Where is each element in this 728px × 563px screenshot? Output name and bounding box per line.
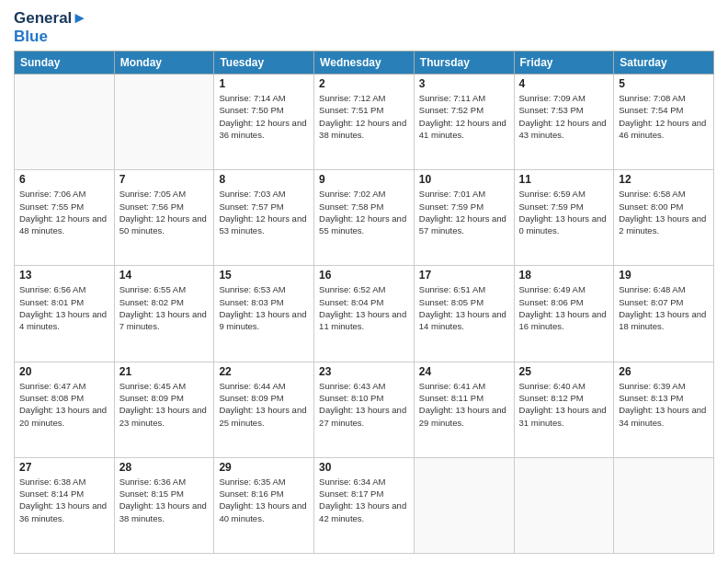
weekday-header-saturday: Saturday: [614, 52, 714, 75]
weekday-header-friday: Friday: [514, 52, 614, 75]
day-info: Sunrise: 6:59 AMSunset: 7:59 PMDaylight:…: [519, 188, 609, 236]
day-info: Sunrise: 6:38 AMSunset: 8:14 PMDaylight:…: [19, 476, 109, 524]
calendar-cell: 22Sunrise: 6:44 AMSunset: 8:09 PMDayligh…: [214, 362, 314, 457]
header: General► Blue: [14, 9, 714, 45]
calendar-cell: 9Sunrise: 7:02 AMSunset: 7:58 PMDaylight…: [314, 170, 415, 266]
day-number: 12: [619, 173, 709, 186]
day-info: Sunrise: 6:58 AMSunset: 8:00 PMDaylight:…: [619, 188, 709, 236]
week-row-1: 1Sunrise: 7:14 AMSunset: 7:50 PMDaylight…: [15, 75, 714, 170]
day-number: 9: [319, 173, 409, 186]
calendar-cell: 3Sunrise: 7:11 AMSunset: 7:52 PMDaylight…: [414, 75, 514, 170]
day-info: Sunrise: 7:08 AMSunset: 7:54 PMDaylight:…: [619, 92, 709, 141]
day-info: Sunrise: 6:56 AMSunset: 8:01 PMDaylight:…: [19, 283, 109, 332]
day-number: 20: [19, 365, 109, 378]
calendar-cell: 7Sunrise: 7:05 AMSunset: 7:56 PMDaylight…: [114, 170, 214, 266]
week-row-3: 13Sunrise: 6:56 AMSunset: 8:01 PMDayligh…: [15, 266, 714, 362]
calendar-cell: 12Sunrise: 6:58 AMSunset: 8:00 PMDayligh…: [614, 170, 714, 266]
calendar-cell: 11Sunrise: 6:59 AMSunset: 7:59 PMDayligh…: [514, 170, 614, 266]
day-number: 30: [319, 461, 409, 474]
calendar-cell: 10Sunrise: 7:01 AMSunset: 7:59 PMDayligh…: [414, 170, 514, 266]
week-row-2: 6Sunrise: 7:06 AMSunset: 7:55 PMDaylight…: [15, 170, 714, 266]
calendar-cell: 25Sunrise: 6:40 AMSunset: 8:12 PMDayligh…: [514, 362, 614, 457]
calendar-cell: 8Sunrise: 7:03 AMSunset: 7:57 PMDaylight…: [214, 170, 314, 266]
calendar-cell: [514, 457, 614, 553]
day-number: 21: [119, 365, 210, 378]
day-number: 16: [319, 269, 409, 282]
calendar-cell: 27Sunrise: 6:38 AMSunset: 8:14 PMDayligh…: [15, 457, 115, 553]
calendar-cell: 18Sunrise: 6:49 AMSunset: 8:06 PMDayligh…: [514, 266, 614, 362]
calendar-cell: 30Sunrise: 6:34 AMSunset: 8:17 PMDayligh…: [314, 457, 415, 553]
week-row-4: 20Sunrise: 6:47 AMSunset: 8:08 PMDayligh…: [15, 362, 714, 457]
day-info: Sunrise: 6:48 AMSunset: 8:07 PMDaylight:…: [619, 283, 709, 332]
day-info: Sunrise: 6:49 AMSunset: 8:06 PMDaylight:…: [519, 283, 609, 332]
day-number: 15: [219, 269, 309, 282]
calendar-cell: 19Sunrise: 6:48 AMSunset: 8:07 PMDayligh…: [614, 266, 714, 362]
weekday-header-row: SundayMondayTuesdayWednesdayThursdayFrid…: [15, 52, 714, 75]
day-number: 25: [519, 365, 609, 378]
weekday-header-thursday: Thursday: [414, 52, 514, 75]
day-number: 11: [519, 173, 609, 186]
day-info: Sunrise: 7:05 AMSunset: 7:56 PMDaylight:…: [119, 188, 210, 236]
weekday-header-tuesday: Tuesday: [214, 52, 314, 75]
calendar-cell: [15, 75, 115, 170]
day-info: Sunrise: 6:41 AMSunset: 8:11 PMDaylight:…: [419, 380, 509, 429]
calendar-cell: 20Sunrise: 6:47 AMSunset: 8:08 PMDayligh…: [15, 362, 115, 457]
day-info: Sunrise: 6:35 AMSunset: 8:16 PMDaylight:…: [219, 476, 309, 524]
day-info: Sunrise: 6:47 AMSunset: 8:08 PMDaylight:…: [19, 380, 109, 429]
week-row-5: 27Sunrise: 6:38 AMSunset: 8:14 PMDayligh…: [15, 457, 714, 553]
day-number: 23: [319, 365, 409, 378]
calendar-cell: 21Sunrise: 6:45 AMSunset: 8:09 PMDayligh…: [114, 362, 214, 457]
calendar-cell: 24Sunrise: 6:41 AMSunset: 8:11 PMDayligh…: [414, 362, 514, 457]
day-info: Sunrise: 6:44 AMSunset: 8:09 PMDaylight:…: [219, 380, 309, 429]
day-number: 29: [219, 461, 309, 474]
calendar-cell: 26Sunrise: 6:39 AMSunset: 8:13 PMDayligh…: [614, 362, 714, 457]
day-number: 28: [119, 461, 210, 474]
logo: General► Blue: [14, 9, 87, 45]
day-number: 14: [119, 269, 210, 282]
weekday-header-monday: Monday: [114, 52, 214, 75]
calendar-cell: 14Sunrise: 6:55 AMSunset: 8:02 PMDayligh…: [114, 266, 214, 362]
day-number: 27: [19, 461, 109, 474]
day-info: Sunrise: 6:51 AMSunset: 8:05 PMDaylight:…: [419, 283, 509, 332]
day-info: Sunrise: 7:06 AMSunset: 7:55 PMDaylight:…: [19, 188, 109, 236]
calendar-cell: 6Sunrise: 7:06 AMSunset: 7:55 PMDaylight…: [15, 170, 115, 266]
day-info: Sunrise: 6:34 AMSunset: 8:17 PMDaylight:…: [319, 476, 409, 524]
day-info: Sunrise: 7:02 AMSunset: 7:58 PMDaylight:…: [319, 188, 409, 236]
weekday-header-sunday: Sunday: [15, 52, 115, 75]
day-info: Sunrise: 7:11 AMSunset: 7:52 PMDaylight:…: [419, 92, 509, 141]
day-number: 18: [519, 269, 609, 282]
calendar-cell: 17Sunrise: 6:51 AMSunset: 8:05 PMDayligh…: [414, 266, 514, 362]
calendar-cell: [614, 457, 714, 553]
day-number: 17: [419, 269, 509, 282]
day-info: Sunrise: 6:36 AMSunset: 8:15 PMDaylight:…: [119, 476, 210, 524]
day-info: Sunrise: 7:01 AMSunset: 7:59 PMDaylight:…: [419, 188, 509, 236]
day-info: Sunrise: 7:14 AMSunset: 7:50 PMDaylight:…: [219, 92, 309, 141]
day-info: Sunrise: 7:12 AMSunset: 7:51 PMDaylight:…: [319, 92, 409, 141]
calendar-cell: 16Sunrise: 6:52 AMSunset: 8:04 PMDayligh…: [314, 266, 415, 362]
calendar-cell: 13Sunrise: 6:56 AMSunset: 8:01 PMDayligh…: [15, 266, 115, 362]
day-info: Sunrise: 6:55 AMSunset: 8:02 PMDaylight:…: [119, 283, 210, 332]
calendar-cell: [114, 75, 214, 170]
day-number: 6: [19, 173, 109, 186]
day-number: 26: [619, 365, 709, 378]
day-number: 13: [19, 269, 109, 282]
day-number: 8: [219, 173, 309, 186]
day-info: Sunrise: 6:52 AMSunset: 8:04 PMDaylight:…: [319, 283, 409, 332]
day-info: Sunrise: 7:09 AMSunset: 7:53 PMDaylight:…: [519, 92, 609, 141]
logo-text: General► Blue: [14, 9, 87, 45]
day-info: Sunrise: 6:43 AMSunset: 8:10 PMDaylight:…: [319, 380, 409, 429]
day-number: 22: [219, 365, 309, 378]
day-number: 7: [119, 173, 210, 186]
day-number: 24: [419, 365, 509, 378]
calendar-cell: 29Sunrise: 6:35 AMSunset: 8:16 PMDayligh…: [214, 457, 314, 553]
calendar-cell: 2Sunrise: 7:12 AMSunset: 7:51 PMDaylight…: [314, 75, 415, 170]
day-info: Sunrise: 6:39 AMSunset: 8:13 PMDaylight:…: [619, 380, 709, 429]
day-info: Sunrise: 6:45 AMSunset: 8:09 PMDaylight:…: [119, 380, 210, 429]
calendar-cell: 15Sunrise: 6:53 AMSunset: 8:03 PMDayligh…: [214, 266, 314, 362]
calendar-cell: 1Sunrise: 7:14 AMSunset: 7:50 PMDaylight…: [214, 75, 314, 170]
day-number: 5: [619, 77, 709, 90]
logo-line1: General►: [14, 9, 87, 28]
calendar-cell: 23Sunrise: 6:43 AMSunset: 8:10 PMDayligh…: [314, 362, 415, 457]
day-info: Sunrise: 6:53 AMSunset: 8:03 PMDaylight:…: [219, 283, 309, 332]
calendar-cell: 28Sunrise: 6:36 AMSunset: 8:15 PMDayligh…: [114, 457, 214, 553]
